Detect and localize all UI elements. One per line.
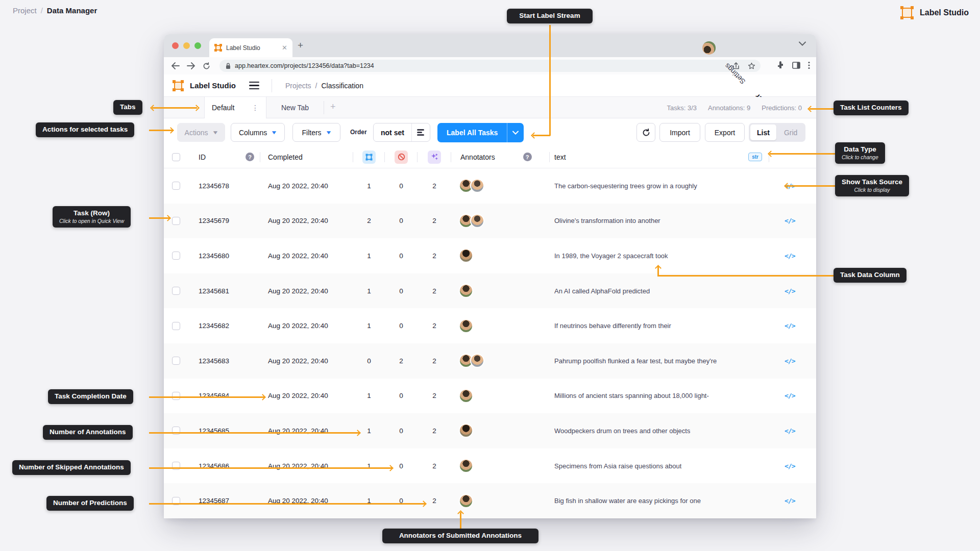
filters-dropdown[interactable]: Filters▼ [292, 123, 340, 142]
actions-dropdown[interactable]: Actions▼ [177, 123, 225, 142]
row-checkbox[interactable] [172, 287, 180, 295]
show-task-source-icon[interactable]: </> [785, 357, 795, 365]
breadcrumb-current: Data Manager [47, 6, 97, 15]
column-header-id[interactable]: ID [188, 146, 246, 168]
column-header-annotators[interactable]: Annotators ? [451, 146, 550, 168]
columns-dropdown[interactable]: Columns▼ [231, 123, 285, 142]
show-task-source-icon[interactable]: </> [785, 427, 795, 435]
annotator-avatar[interactable] [470, 179, 484, 193]
table-row[interactable]: 12345686 Aug 20 2022, 20:40 1 0 2 Specim… [164, 448, 816, 484]
address-bar[interactable]: app.heartex.com/projects/123456/data?tab… [219, 60, 761, 72]
table-row[interactable]: 12345685 Aug 20 2022, 20:40 1 0 2 Woodpe… [164, 413, 816, 448]
row-skipped-count: 0 [385, 252, 418, 260]
show-task-source-icon[interactable]: </> [785, 217, 795, 224]
sidebar-panel-icon[interactable] [792, 62, 800, 69]
annotator-avatar[interactable] [459, 459, 473, 473]
table-row[interactable]: 12345682 Aug 20 2022, 20:40 1 0 2 If neu… [164, 308, 816, 343]
table-row[interactable]: 12345678 Aug 20 2022, 20:40 1 0 2 The ca… [164, 168, 816, 204]
add-tab-icon[interactable]: + [330, 102, 336, 112]
annotator-avatar[interactable] [459, 389, 473, 403]
back-icon[interactable] [171, 62, 180, 69]
show-task-source-icon[interactable]: </> [785, 462, 795, 470]
annotator-avatar[interactable] [459, 319, 473, 333]
row-checkbox[interactable] [172, 217, 180, 225]
arrow-task-completion-date [149, 396, 264, 398]
table-row[interactable]: 12345683 Aug 20 2022, 20:40 0 2 2 Pahrum… [164, 343, 816, 379]
browser-tab[interactable]: Label Studio ✕ [209, 38, 292, 57]
select-all-checkbox[interactable] [172, 153, 180, 161]
table-row[interactable]: 12345680 Aug 20 2022, 20:40 1 0 2 In 198… [164, 238, 816, 273]
arrow-show-task-source [786, 185, 835, 187]
column-header-predictions[interactable] [418, 146, 451, 168]
counter-tasks: Tasks: 3/3 [667, 104, 697, 112]
maximize-window-button[interactable] [194, 42, 201, 49]
annotator-avatar[interactable] [459, 494, 473, 508]
row-checkbox[interactable] [172, 322, 180, 330]
label-studio-brand: Label Studio [900, 6, 969, 19]
app-breadcrumb-projects[interactable]: Projects [285, 82, 311, 90]
annotators-help-icon[interactable]: ? [523, 153, 532, 161]
callout-task-completion-date: Task Completion Date [48, 389, 133, 404]
arrow-data-type [770, 153, 835, 155]
label-all-tasks-chevron[interactable] [507, 123, 524, 142]
app-logo-icon[interactable] [173, 80, 184, 91]
hamburger-menu-icon[interactable] [249, 82, 259, 90]
close-tab-icon[interactable]: ✕ [282, 44, 287, 52]
new-tab-icon[interactable]: + [298, 40, 303, 51]
browser-menu-kebab-icon[interactable] [808, 61, 810, 69]
annotator-avatar[interactable] [459, 284, 473, 298]
close-window-button[interactable] [172, 42, 179, 49]
show-task-source-icon[interactable]: </> [785, 287, 795, 295]
row-checkbox[interactable] [172, 392, 180, 400]
annotator-avatar[interactable] [470, 354, 484, 368]
row-checkbox[interactable] [172, 462, 180, 470]
breadcrumb-project[interactable]: Project [13, 6, 37, 15]
table-row[interactable]: 12345687 Aug 20 2022, 20:40 1 0 2 Big fi… [164, 483, 816, 518]
bookmark-star-icon[interactable] [748, 62, 755, 70]
callout-annotators-of-submitted: Annotators of Submitted Annotations [382, 529, 538, 543]
row-checkbox[interactable] [172, 252, 180, 260]
row-completed-date: Aug 20 2022, 20:40 [260, 287, 353, 295]
annotator-avatar[interactable] [459, 248, 473, 263]
extensions-puzzle-icon[interactable] [776, 61, 785, 69]
id-help-icon[interactable]: ? [246, 153, 254, 161]
tab-options-kebab-icon[interactable]: ⋮ [252, 104, 259, 112]
row-annotations-count: 1 [353, 252, 385, 260]
row-predictions-count: 2 [418, 322, 451, 330]
table-row[interactable]: 12345679 Aug 20 2022, 20:40 2 0 2 Olivin… [164, 204, 816, 239]
label-all-tasks-button[interactable]: Label All Tasks [437, 123, 524, 142]
view-list-button[interactable]: List [750, 124, 776, 140]
tab-new-tab[interactable]: New Tab [266, 97, 324, 118]
table-row[interactable]: 12345681 Aug 20 2022, 20:40 1 0 2 An AI … [164, 273, 816, 309]
view-grid-button[interactable]: Grid [777, 124, 804, 140]
window-controls[interactable] [172, 42, 201, 49]
import-button[interactable]: Import [659, 123, 700, 142]
reload-icon[interactable] [203, 62, 210, 70]
app-logo-text[interactable]: Label Studio [190, 81, 236, 90]
sort-icon [417, 128, 424, 137]
annotator-avatar[interactable] [470, 214, 484, 228]
show-task-source-icon[interactable]: </> [785, 322, 795, 330]
column-header-annotations[interactable] [353, 146, 385, 168]
row-checkbox[interactable] [172, 357, 180, 365]
sort-direction-button[interactable] [411, 123, 430, 141]
show-task-source-icon[interactable]: </> [785, 497, 795, 505]
column-header-text[interactable]: text str [550, 146, 769, 168]
export-button[interactable]: Export [705, 123, 745, 142]
chevron-down-icon: ▼ [325, 130, 332, 135]
show-task-source-icon[interactable]: </> [785, 252, 795, 260]
column-header-skipped[interactable] [385, 146, 418, 168]
show-task-source-icon[interactable]: </> [785, 392, 795, 399]
refresh-button[interactable] [636, 123, 655, 142]
order-dropdown[interactable]: not set [373, 123, 430, 142]
minimize-window-button[interactable] [183, 42, 190, 49]
row-checkbox[interactable] [172, 427, 180, 435]
column-header-completed[interactable]: Completed [260, 146, 353, 168]
row-checkbox[interactable] [172, 182, 180, 190]
tab-default[interactable]: Default ⋮ [204, 97, 266, 118]
row-id: 12345678 [188, 182, 246, 190]
annotator-avatar[interactable] [459, 423, 473, 438]
data-type-badge[interactable]: str [748, 153, 762, 161]
tab-overview-chevron-icon[interactable] [799, 41, 806, 46]
forward-icon[interactable] [187, 62, 195, 69]
